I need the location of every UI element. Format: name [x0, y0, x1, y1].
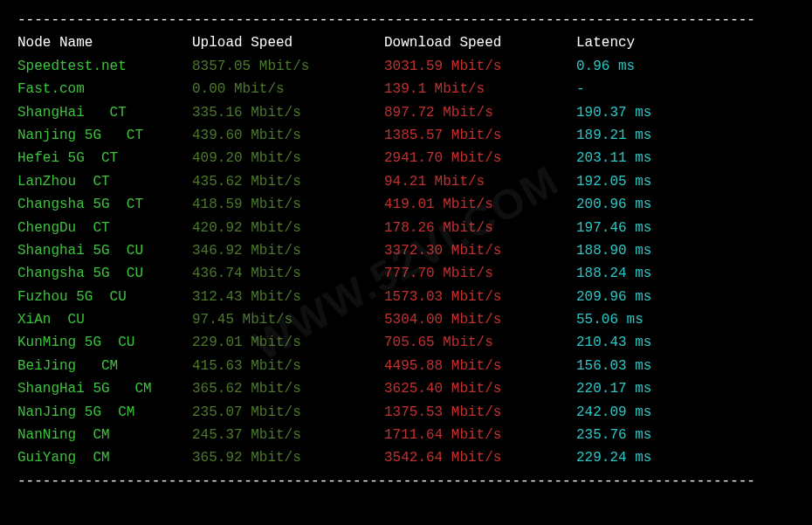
download-speed-cell: 705.65 Mbit/s — [384, 331, 576, 354]
top-divider: ----------------------------------------… — [17, 9, 795, 31]
latency-cell: 203.11 ms — [576, 147, 651, 169]
download-speed-cell: 3031.59 Mbit/s — [384, 55, 576, 78]
upload-speed-cell: 312.43 Mbit/s — [192, 286, 384, 308]
latency-cell: 229.24 ms — [576, 446, 651, 469]
upload-speed-cell: 439.60 Mbit/s — [192, 124, 384, 147]
table-row: BeiJing CM415.63 Mbit/s4495.88 Mbit/s156… — [17, 355, 795, 377]
node-name-cell: LanZhou CT — [17, 170, 192, 193]
latency-cell: 220.17 ms — [576, 377, 651, 400]
header-download: Download Speed — [384, 31, 576, 54]
node-name-cell: Fuzhou 5G CU — [17, 286, 192, 308]
latency-cell: 192.05 ms — [576, 170, 651, 193]
bottom-divider: ----------------------------------------… — [17, 470, 795, 493]
node-name-cell: XiAn CU — [17, 308, 192, 331]
node-name-cell: BeiJing CM — [17, 355, 192, 377]
table-row: Shanghai 5G CU346.92 Mbit/s3372.30 Mbit/… — [17, 239, 795, 262]
header-upload: Upload Speed — [192, 31, 384, 54]
table-row: XiAn CU97.45 Mbit/s5304.00 Mbit/s55.06 m… — [17, 308, 795, 331]
upload-speed-cell: 235.07 Mbit/s — [192, 401, 384, 424]
node-name-cell: Hefei 5G CT — [17, 147, 192, 169]
latency-cell: - — [576, 78, 585, 100]
node-name-cell: NanNing CM — [17, 424, 192, 446]
table-row: ShangHai 5G CM365.62 Mbit/s3625.40 Mbit/… — [17, 377, 795, 400]
table-row: NanNing CM245.37 Mbit/s1711.64 Mbit/s235… — [17, 424, 795, 446]
upload-speed-cell: 229.01 Mbit/s — [192, 331, 384, 354]
download-speed-cell: 5304.00 Mbit/s — [384, 308, 576, 331]
download-speed-cell: 94.21 Mbit/s — [384, 170, 576, 193]
upload-speed-cell: 435.62 Mbit/s — [192, 170, 384, 193]
download-speed-cell: 1573.03 Mbit/s — [384, 286, 576, 308]
node-name-cell: Changsha 5G CU — [17, 262, 192, 285]
table-row: GuiYang CM365.92 Mbit/s3542.64 Mbit/s229… — [17, 446, 795, 469]
table-row: NanJing 5G CM235.07 Mbit/s1375.53 Mbit/s… — [17, 401, 795, 424]
upload-speed-cell: 245.37 Mbit/s — [192, 424, 384, 446]
download-speed-cell: 4495.88 Mbit/s — [384, 355, 576, 377]
download-speed-cell: 3372.30 Mbit/s — [384, 239, 576, 262]
latency-cell: 188.90 ms — [576, 239, 651, 262]
node-name-cell: Speedtest.net — [17, 55, 192, 78]
upload-speed-cell: 97.45 Mbit/s — [192, 308, 384, 331]
header-row: Node Name Upload Speed Download Speed La… — [17, 31, 795, 54]
data-rows: Speedtest.net8357.05 Mbit/s3031.59 Mbit/… — [17, 55, 795, 470]
download-speed-cell: 1375.53 Mbit/s — [384, 401, 576, 424]
header-node: Node Name — [17, 31, 192, 54]
table-row: Speedtest.net8357.05 Mbit/s3031.59 Mbit/… — [17, 55, 795, 78]
download-speed-cell: 139.1 Mbit/s — [384, 78, 576, 100]
node-name-cell: GuiYang CM — [17, 446, 192, 469]
latency-cell: 55.06 ms — [576, 308, 643, 331]
table-row: ShangHai CT335.16 Mbit/s897.72 Mbit/s190… — [17, 101, 795, 124]
latency-cell: 200.96 ms — [576, 193, 651, 216]
download-speed-cell: 3625.40 Mbit/s — [384, 377, 576, 400]
table-row: Changsha 5G CU436.74 Mbit/s777.70 Mbit/s… — [17, 262, 795, 285]
table-row: Changsha 5G CT418.59 Mbit/s419.01 Mbit/s… — [17, 193, 795, 216]
upload-speed-cell: 365.62 Mbit/s — [192, 377, 384, 400]
latency-cell: 156.03 ms — [576, 355, 651, 377]
upload-speed-cell: 415.63 Mbit/s — [192, 355, 384, 377]
download-speed-cell: 1385.57 Mbit/s — [384, 124, 576, 147]
latency-cell: 242.09 ms — [576, 401, 651, 424]
node-name-cell: KunMing 5G CU — [17, 331, 192, 354]
table-row: Fast.com0.00 Mbit/s139.1 Mbit/s- — [17, 78, 795, 100]
upload-speed-cell: 346.92 Mbit/s — [192, 239, 384, 262]
download-speed-cell: 419.01 Mbit/s — [384, 193, 576, 216]
download-speed-cell: 1711.64 Mbit/s — [384, 424, 576, 446]
download-speed-cell: 3542.64 Mbit/s — [384, 446, 576, 469]
download-speed-cell: 2941.70 Mbit/s — [384, 147, 576, 169]
header-latency: Latency — [576, 31, 635, 54]
upload-speed-cell: 420.92 Mbit/s — [192, 217, 384, 239]
download-speed-cell: 178.26 Mbit/s — [384, 217, 576, 239]
download-speed-cell: 777.70 Mbit/s — [384, 262, 576, 285]
node-name-cell: NanJing 5G CM — [17, 401, 192, 424]
node-name-cell: Changsha 5G CT — [17, 193, 192, 216]
latency-cell: 189.21 ms — [576, 124, 651, 147]
node-name-cell: Shanghai 5G CU — [17, 239, 192, 262]
latency-cell: 210.43 ms — [576, 331, 651, 354]
upload-speed-cell: 418.59 Mbit/s — [192, 193, 384, 216]
table-row: Hefei 5G CT409.20 Mbit/s2941.70 Mbit/s20… — [17, 147, 795, 169]
table-row: KunMing 5G CU229.01 Mbit/s705.65 Mbit/s2… — [17, 331, 795, 354]
node-name-cell: ShangHai CT — [17, 101, 192, 124]
table-row: Fuzhou 5G CU312.43 Mbit/s1573.03 Mbit/s2… — [17, 286, 795, 308]
upload-speed-cell: 436.74 Mbit/s — [192, 262, 384, 285]
latency-cell: 0.96 ms — [576, 55, 635, 78]
upload-speed-cell: 335.16 Mbit/s — [192, 101, 384, 124]
node-name-cell: Fast.com — [17, 78, 192, 100]
latency-cell: 235.76 ms — [576, 424, 651, 446]
latency-cell: 190.37 ms — [576, 101, 651, 124]
table-row: LanZhou CT435.62 Mbit/s94.21 Mbit/s192.0… — [17, 170, 795, 193]
node-name-cell: ShangHai 5G CM — [17, 377, 192, 400]
table-row: ChengDu CT420.92 Mbit/s178.26 Mbit/s197.… — [17, 217, 795, 239]
upload-speed-cell: 8357.05 Mbit/s — [192, 55, 384, 78]
node-name-cell: ChengDu CT — [17, 217, 192, 239]
upload-speed-cell: 365.92 Mbit/s — [192, 446, 384, 469]
latency-cell: 209.96 ms — [576, 286, 651, 308]
node-name-cell: Nanjing 5G CT — [17, 124, 192, 147]
latency-cell: 197.46 ms — [576, 217, 651, 239]
upload-speed-cell: 409.20 Mbit/s — [192, 147, 384, 169]
download-speed-cell: 897.72 Mbit/s — [384, 101, 576, 124]
upload-speed-cell: 0.00 Mbit/s — [192, 78, 384, 100]
table-row: Nanjing 5G CT439.60 Mbit/s1385.57 Mbit/s… — [17, 124, 795, 147]
latency-cell: 188.24 ms — [576, 262, 651, 285]
